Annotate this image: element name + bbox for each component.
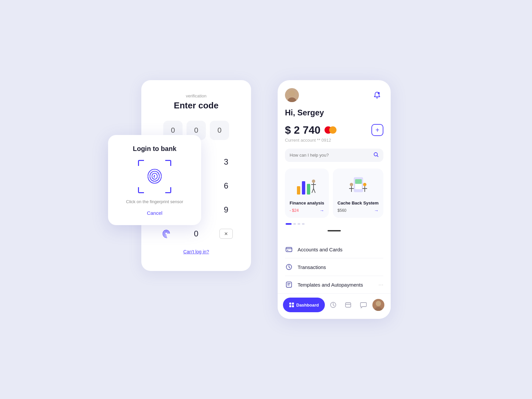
left-panel: Login to bank [141, 80, 251, 271]
dot-3[interactable] [298, 223, 300, 225]
right-panel: Hi, Sergey $ 2 740 + Current account ** … [278, 80, 391, 319]
svg-rect-38 [289, 305, 291, 307]
cancel-button[interactable]: Cancel [120, 210, 189, 216]
corner-br [165, 187, 171, 193]
search-input[interactable] [290, 153, 373, 158]
svg-rect-33 [287, 250, 288, 251]
svg-line-11 [314, 189, 315, 193]
nav-avatar [372, 299, 384, 311]
finance-arrow: → [320, 208, 324, 213]
svg-point-1 [289, 90, 295, 96]
verification-label: verification [151, 93, 241, 98]
svg-point-2 [378, 92, 380, 94]
accounts-icon [285, 245, 293, 253]
nav-dashboard[interactable]: Dashboard [283, 298, 325, 312]
svg-point-42 [374, 307, 382, 311]
finance-value: - $24 → [290, 208, 324, 213]
templates-icon [285, 281, 293, 289]
nav-transfer[interactable] [341, 298, 355, 312]
corner-tl [138, 160, 144, 166]
corner-tr [165, 160, 171, 166]
login-overlay: Login to bank [108, 135, 201, 225]
numpad-key-9[interactable]: 9 [211, 198, 241, 222]
svg-rect-39 [292, 305, 294, 307]
nav-chat[interactable] [356, 298, 370, 312]
verification-title: Enter code [151, 100, 241, 111]
code-input-3[interactable] [210, 121, 229, 140]
fingerprint-hint: Click on the fingerprint sensor [120, 199, 189, 204]
svg-point-7 [312, 180, 315, 183]
menu-item-transactions[interactable]: Transactions [285, 258, 383, 276]
delete-button[interactable]: ✕ [219, 229, 233, 239]
app-content: Hi, Sergey $ 2 740 + Current account ** … [278, 80, 391, 225]
svg-rect-35 [286, 282, 292, 287]
finance-illustration [290, 174, 324, 197]
service-card-cacheback[interactable]: Cache Back System $560 → [333, 169, 383, 218]
balance-row: $ 2 740 + [285, 124, 383, 136]
svg-rect-14 [355, 179, 362, 184]
cards-row: Finance analysis - $24 → [285, 169, 383, 218]
bottom-handle [328, 230, 341, 231]
numpad-fingerprint[interactable] [151, 222, 181, 246]
search-bar[interactable] [285, 149, 383, 162]
fingerprint-border [138, 160, 171, 193]
cacheback-name: Cache Back System [337, 200, 379, 206]
accounts-label: Accounts and Cards [298, 247, 342, 252]
svg-rect-4 [297, 186, 300, 195]
cant-login-link[interactable]: Can't log in? [151, 249, 241, 254]
nav-history[interactable] [326, 298, 340, 312]
mc-orange-circle [329, 126, 336, 134]
svg-rect-6 [307, 184, 310, 195]
mastercard-icon [325, 126, 336, 134]
svg-rect-5 [302, 181, 305, 195]
numpad-key-6[interactable]: 6 [211, 174, 241, 198]
search-icon[interactable] [373, 152, 379, 159]
login-title: Login to bank [120, 145, 189, 153]
fingerprint-icon [145, 167, 165, 187]
svg-rect-36 [289, 303, 291, 305]
numpad-delete[interactable]: ✕ [211, 222, 241, 246]
bell-icon[interactable] [371, 89, 383, 101]
dots-row [285, 223, 383, 225]
transactions-icon [285, 263, 293, 271]
cacheback-illustration [337, 174, 379, 197]
templates-label: Templates and Autopayments [298, 282, 363, 288]
app-header [285, 88, 383, 102]
account-label: Current account ** 0912 [285, 138, 383, 143]
svg-line-10 [312, 189, 314, 193]
dot-1[interactable] [286, 223, 292, 225]
svg-point-0 [287, 97, 297, 102]
scene: Login to bank [141, 80, 391, 319]
avatar [285, 88, 299, 102]
transactions-label: Transactions [298, 264, 326, 270]
bottom-handle-wrap [278, 230, 391, 241]
service-card-finance[interactable]: Finance analysis - $24 → [285, 169, 329, 218]
numpad-key-3[interactable]: 3 [211, 150, 241, 174]
menu-list: Accounts and Cards Transactions [278, 241, 391, 293]
dot-2[interactable] [293, 223, 296, 225]
cacheback-arrow: → [374, 208, 379, 213]
bottom-nav: Dashboard [278, 293, 391, 319]
numpad-key-0[interactable]: 0 [181, 222, 211, 246]
greeting: Hi, Sergey [285, 108, 383, 117]
dashboard-label: Dashboard [296, 303, 319, 308]
dot-4[interactable] [302, 223, 305, 225]
svg-rect-37 [292, 303, 294, 305]
finance-name: Finance analysis [290, 200, 324, 206]
menu-item-accounts[interactable]: Accounts and Cards [285, 241, 383, 258]
balance-amount: $ 2 740 [285, 124, 321, 136]
nav-profile[interactable] [372, 298, 386, 312]
svg-point-18 [363, 183, 366, 186]
fingerprint-container[interactable] [120, 160, 189, 193]
svg-point-15 [350, 183, 353, 186]
svg-point-43 [376, 301, 381, 306]
cacheback-value: $560 → [337, 208, 379, 213]
svg-rect-41 [345, 303, 351, 307]
add-button[interactable]: + [371, 124, 383, 136]
menu-item-templates[interactable]: Templates and Autopayments ··· [285, 276, 383, 293]
corner-bl [138, 187, 144, 193]
svg-rect-32 [286, 247, 292, 252]
templates-more[interactable]: ··· [378, 281, 383, 288]
